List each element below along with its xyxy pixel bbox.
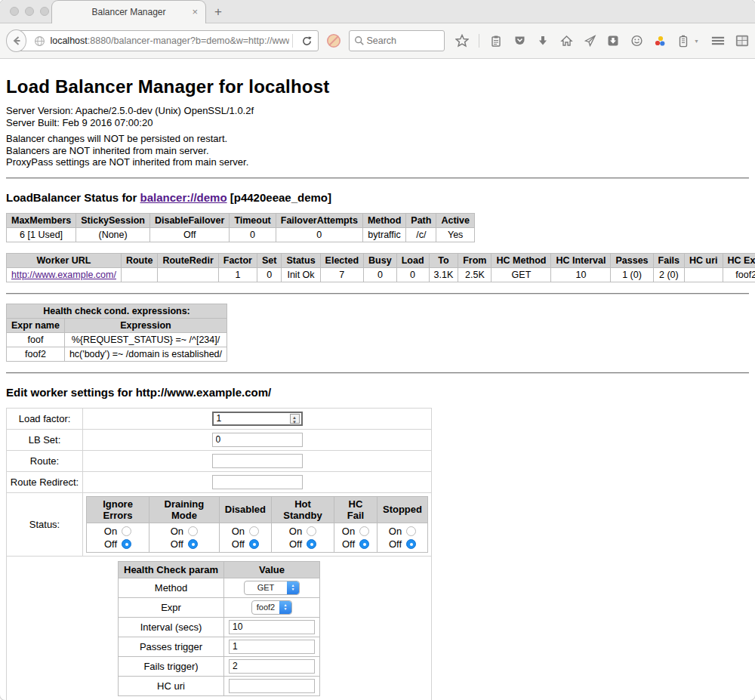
lb-set-input[interactable]: [212, 433, 303, 447]
table-row: Expr foof2 ▲▼: [119, 597, 320, 617]
pocket-icon[interactable]: [513, 34, 526, 48]
downloads-icon[interactable]: [536, 34, 550, 48]
radio-hot-standby-on[interactable]: [307, 526, 316, 536]
radio-stopped-off[interactable]: [406, 539, 416, 549]
search-bar[interactable]: [349, 30, 445, 51]
column-header: Health Check param: [119, 561, 224, 578]
route-input[interactable]: [212, 454, 303, 468]
hamburger-menu-icon[interactable]: [711, 34, 725, 48]
close-window-button[interactable]: [10, 7, 19, 16]
column-header: Passes: [611, 253, 653, 267]
zoom-window-button[interactable]: [40, 7, 49, 16]
radio-label: On: [171, 525, 183, 538]
load-factor-input[interactable]: [212, 412, 303, 426]
hc-method-select[interactable]: GET ▲▼: [244, 581, 300, 595]
field-label: Status:: [7, 492, 83, 556]
page-content: Load Balancer Manager for localhost Serv…: [0, 59, 755, 700]
colored-dots-extension-icon[interactable]: [653, 34, 667, 48]
reading-list-icon[interactable]: [489, 34, 503, 48]
column-header: Elected: [320, 253, 363, 267]
reload-button[interactable]: [296, 35, 318, 47]
hc-expr-select[interactable]: foof2 ▲▼: [251, 600, 292, 615]
cell-set: 0: [257, 267, 281, 282]
param-label: HC uri: [119, 676, 224, 695]
column-header: Method: [362, 213, 405, 227]
tab-balancer-manager[interactable]: Balancer Manager ×: [51, 0, 206, 23]
home-icon[interactable]: [559, 34, 573, 48]
form-row-status: Status: Ignore Errors Draining Mode Disa…: [7, 492, 432, 556]
radio-label: Off: [104, 538, 117, 550]
download-manager-icon[interactable]: [606, 34, 620, 48]
cell-factor: 1: [218, 267, 257, 282]
table-header-row: Health Check param Value: [119, 561, 320, 578]
search-input[interactable]: [365, 35, 439, 47]
column-header: Worker URL: [7, 253, 122, 267]
radio-hc-fail-on[interactable]: [359, 526, 369, 536]
edit-worker-form: Load factor: ▲▼ LB Set: Route: Route Red…: [6, 408, 432, 700]
worker-url-link[interactable]: http://www.example.com/: [11, 270, 116, 280]
form-row-hc-params: Health Check param Value Method GET ▲▼: [7, 556, 432, 700]
radio-draining-mode-on[interactable]: [188, 526, 198, 536]
radio-hot-standby-off[interactable]: [307, 539, 316, 549]
column-header: HC Fail: [334, 496, 378, 523]
route-redirect-input[interactable]: [212, 475, 303, 489]
cell-stickysession: (None): [76, 227, 150, 242]
balancer-demo-link[interactable]: balancer://demo: [140, 191, 227, 204]
tab-bar: Balancer Manager × +: [0, 0, 755, 23]
column-header: Expression: [64, 318, 226, 332]
server-version: Server Version: Apache/2.5.0-dev (Unix) …: [6, 105, 254, 116]
column-header: HC Method: [492, 253, 551, 267]
column-header: Busy: [364, 253, 397, 267]
column-header: Active: [436, 213, 475, 227]
radio-ignore-errors-off[interactable]: [122, 539, 131, 549]
url-text[interactable]: localhost:8880/balancer-manager?b=demo&w…: [50, 35, 289, 46]
table-row: Method GET ▲▼: [119, 578, 320, 597]
cell-fails: 2 (0): [653, 267, 685, 282]
radio-stopped-on[interactable]: [406, 526, 416, 536]
radio-disabled-off[interactable]: [249, 539, 259, 549]
table-row: 6 [1 Used] (None) Off 0 0 bytraffic /c/ …: [7, 227, 475, 242]
column-header: Factor: [218, 253, 257, 267]
content-blocked-icon[interactable]: [326, 33, 341, 48]
heading-suffix: [p4420eeae_demo]: [227, 191, 331, 204]
column-header: Timeout: [230, 213, 276, 227]
tab-close-icon[interactable]: ×: [192, 6, 198, 17]
column-header: To: [429, 253, 458, 267]
battery-extension-icon[interactable]: [676, 34, 690, 48]
url-bar[interactable]: localhost:8880/balancer-manager?b=demo&w…: [15, 30, 319, 51]
hc-interval-input[interactable]: [229, 620, 315, 634]
table-header-row: Ignore Errors Draining Mode Disabled Hot…: [87, 496, 428, 523]
heading-prefix: LoadBalancer Status for: [6, 191, 140, 204]
number-stepper-icon[interactable]: ▲▼: [290, 414, 300, 424]
radio-hc-fail-off[interactable]: [359, 539, 369, 549]
new-tab-button[interactable]: +: [214, 5, 222, 20]
tab-title: Balancer Manager: [91, 7, 165, 17]
minimize-window-button[interactable]: [25, 7, 34, 16]
send-tab-icon[interactable]: [583, 34, 596, 48]
cell-path: /c/: [406, 227, 436, 242]
radio-ignore-errors-on[interactable]: [122, 526, 131, 536]
hc-fails-input[interactable]: [229, 659, 315, 674]
tab-groups-icon[interactable]: [735, 34, 749, 48]
table-title: Health check cond. expressions:: [7, 304, 227, 318]
field-label: LB Set:: [7, 429, 83, 450]
status-cell-hc-fail: On Off: [334, 523, 378, 552]
bookmark-star-icon[interactable]: [455, 34, 469, 48]
column-header: Hot Standby: [271, 496, 334, 523]
radio-disabled-on[interactable]: [249, 526, 259, 536]
radio-label: Off: [289, 538, 302, 550]
hc-passes-input[interactable]: [229, 640, 315, 654]
column-header: Load: [396, 253, 429, 267]
window-controls: [10, 7, 49, 16]
column-header: Expr name: [7, 318, 65, 332]
cell-worker-url: http://www.example.com/: [7, 267, 122, 282]
form-row-lb-set: LB Set:: [7, 429, 432, 450]
cell-elected: 7: [320, 267, 363, 282]
table-title-row: Health check cond. expressions:: [7, 304, 227, 318]
chat-smiley-icon[interactable]: [630, 34, 643, 48]
overflow-caret-icon[interactable]: ▼: [694, 39, 699, 44]
hc-uri-input[interactable]: [229, 679, 315, 693]
status-cell-draining-mode: On Off: [149, 523, 220, 552]
cell-from: 2.5K: [458, 267, 492, 282]
radio-draining-mode-off[interactable]: [188, 539, 198, 549]
